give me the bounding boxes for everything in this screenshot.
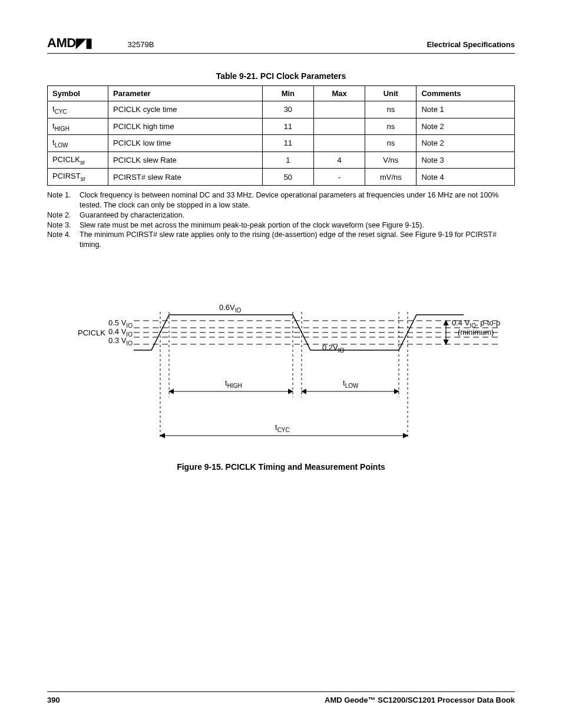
note-label: Note 3. <box>47 220 80 230</box>
col-comments: Comments <box>416 86 515 101</box>
book-title: AMD Geode™ SC1200/SC1201 Processor Data … <box>325 696 515 704</box>
svg-text:0.2VIO: 0.2VIO <box>322 343 345 354</box>
page-footer: 390 AMD Geode™ SC1200/SC1201 Processor D… <box>47 691 515 704</box>
note-text: Guaranteed by characterization. <box>80 210 515 220</box>
amd-logo: AMD◤▮ <box>47 35 92 51</box>
table-row: tCYC PCICLK cycle time 30 ns Note 1 <box>48 101 515 118</box>
table-caption: Table 9-21. PCI Clock Parameters <box>47 71 515 81</box>
table-header-row: Symbol Parameter Min Max Unit Comments <box>48 86 515 101</box>
table-row: PCICLKsr PCICLK slew Rate 1 4 V/ns Note … <box>48 151 515 169</box>
svg-text:tLOW: tLOW <box>343 378 359 389</box>
svg-text:tHIGH: tHIGH <box>225 378 242 389</box>
note-text: The minimum PCIRST# slew rate applies on… <box>80 230 515 250</box>
table-row: tHIGH PCICLK high time 11 ns Note 2 <box>48 118 515 135</box>
table-row: tLOW PCICLK low time 11 ns Note 2 <box>48 135 515 152</box>
svg-text:PCICLK: PCICLK <box>78 328 105 337</box>
col-min: Min <box>262 86 313 101</box>
note-label: Note 4. <box>47 230 80 250</box>
svg-text:tCYC: tCYC <box>275 423 290 433</box>
page-number: 390 <box>47 696 60 704</box>
note-text: Slew rate must be met across the minimum… <box>80 220 515 230</box>
page-header: AMD◤▮ 32579B Electrical Specifications <box>47 35 515 54</box>
note-text: Clock frequency is between nominal DC an… <box>80 190 515 210</box>
note-label: Note 1. <box>47 190 80 210</box>
note-label: Note 2. <box>47 210 80 220</box>
col-symbol: Symbol <box>48 86 108 101</box>
col-parameter: Parameter <box>108 86 263 101</box>
svg-text:(minimum): (minimum) <box>458 328 494 337</box>
table-row: PCIRSTsr PCIRST# slew Rate 50 - mV/ns No… <box>48 169 515 186</box>
col-max: Max <box>313 86 365 101</box>
section-title: Electrical Specifications <box>427 40 515 49</box>
document-number: 32579B <box>128 40 154 49</box>
table-notes: Note 1.Clock frequency is between nomina… <box>47 190 515 250</box>
svg-text:0.6VIO: 0.6VIO <box>219 303 242 314</box>
pci-clock-parameters-table: Symbol Parameter Min Max Unit Comments t… <box>47 85 515 186</box>
figure-caption: Figure 9-15. PCICLK Timing and Measureme… <box>47 462 515 472</box>
pciclk-timing-diagram: tHIGH tLOW tCYC PCICLK 0.5 VIO 0.4 VIO 0… <box>51 297 511 450</box>
col-unit: Unit <box>365 86 416 101</box>
figure-9-15: tHIGH tLOW tCYC PCICLK 0.5 VIO 0.4 VIO 0… <box>47 297 515 472</box>
